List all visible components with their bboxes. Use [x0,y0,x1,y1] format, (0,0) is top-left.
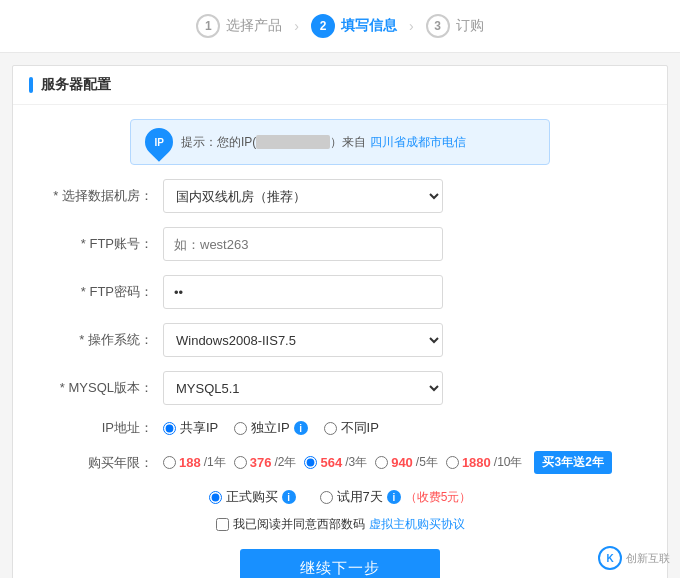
step-3-label: 订购 [456,17,484,35]
ip-address-row: IP地址： 共享IP 独立IP i 不同IP [43,419,637,437]
ftp-account-row: * FTP账号： [43,227,637,261]
ftp-label: * FTP账号： [43,235,163,253]
submit-area: 继续下一步 [13,549,667,578]
ip-notice: IP 提示：您的IP(x.x.x.x）来自 四川省成都市电信 [130,119,550,165]
ip-radio-group: 共享IP 独立IP i 不同IP [163,419,379,437]
year-options: 188 /1年 376 /2年 564 /3年 940 /5年 [163,451,612,474]
step-2-circle: 2 [311,14,335,38]
main-content: 服务器配置 IP 提示：您的IP(x.x.x.x）来自 四川省成都市电信 * 选… [12,65,668,578]
section-header-bar [29,77,33,93]
year-3[interactable]: 564 /3年 [304,454,367,471]
agreement-link[interactable]: 虚拟主机购买协议 [369,516,465,533]
ftp-password-row: * FTP密码： [43,275,637,309]
year-row: 购买年限： 188 /1年 376 /2年 564 /3年 [43,451,637,474]
form-section: * 选择数据机房： 国内双线机房（推荐） 北京机房 上海机房 * FTP账号： … [13,179,667,474]
arrow-2: › [409,18,414,34]
mysql-label: * MYSQL版本： [43,379,163,397]
year-1[interactable]: 188 /1年 [163,454,226,471]
section-header: 服务器配置 [13,66,667,105]
trial-info-icon[interactable]: i [387,490,401,504]
datacenter-row: * 选择数据机房： 国内双线机房（推荐） 北京机房 上海机房 [43,179,637,213]
section-title: 服务器配置 [41,76,111,94]
step-1: 1 选择产品 [196,14,282,38]
ftp-password-input[interactable] [163,275,443,309]
year-2[interactable]: 376 /2年 [234,454,297,471]
submit-button[interactable]: 继续下一步 [240,549,440,578]
formal-info-icon[interactable]: i [282,490,296,504]
purchase-formal[interactable]: 正式购买 i [209,488,296,506]
logo-icon: K [598,546,622,570]
os-row: * 操作系统： Windows2008-IIS7.5 Windows2003-I… [43,323,637,357]
ftp-input[interactable] [163,227,443,261]
step-2: 2 填写信息 [311,14,397,38]
ip-pin-icon: IP [139,122,179,162]
os-select[interactable]: Windows2008-IIS7.5 Windows2003-IIS6.0 Li… [163,323,443,357]
step-3-circle: 3 [426,14,450,38]
mysql-row: * MYSQL版本： MYSQL5.1 MYSQL5.5 MYSQL5.7 [43,371,637,405]
arrow-1: › [294,18,299,34]
ftp-password-label: * FTP密码： [43,283,163,301]
ip-shared-option[interactable]: 共享IP [163,419,218,437]
year-5[interactable]: 940 /5年 [375,454,438,471]
step-1-circle: 1 [196,14,220,38]
logo-text: 创新互联 [626,551,670,566]
step-2-label: 填写信息 [341,17,397,35]
step-1-label: 选择产品 [226,17,282,35]
ip-different-option[interactable]: 不同IP [324,419,379,437]
os-label: * 操作系统： [43,331,163,349]
stepper: 1 选择产品 › 2 填写信息 › 3 订购 [0,0,680,53]
year-10[interactable]: 1880 /10年 [446,454,523,471]
datacenter-select[interactable]: 国内双线机房（推荐） 北京机房 上海机房 [163,179,443,213]
agreement-text: 我已阅读并同意西部数码 [233,516,365,533]
datacenter-label: * 选择数据机房： [43,187,163,205]
dedicated-ip-info-icon[interactable]: i [294,421,308,435]
purchase-type-row: 正式购买 i 试用7天 i （收费5元） [13,488,667,506]
bottom-logo: K 创新互联 [598,546,670,570]
purchase-trial[interactable]: 试用7天 i （收费5元） [320,488,472,506]
year-badge: 买3年送2年 [534,451,611,474]
agreement-checkbox[interactable] [216,518,229,531]
ip-address-label: IP地址： [43,419,163,437]
ip-notice-text: 提示：您的IP(x.x.x.x）来自 四川省成都市电信 [181,134,466,151]
ip-dedicated-option[interactable]: 独立IP i [234,419,307,437]
mysql-select[interactable]: MYSQL5.1 MYSQL5.5 MYSQL5.7 [163,371,443,405]
step-3: 3 订购 [426,14,484,38]
trial-promo-text: （收费5元） [405,489,472,506]
agreement-row: 我已阅读并同意西部数码 虚拟主机购买协议 [13,516,667,533]
year-label: 购买年限： [43,454,163,472]
